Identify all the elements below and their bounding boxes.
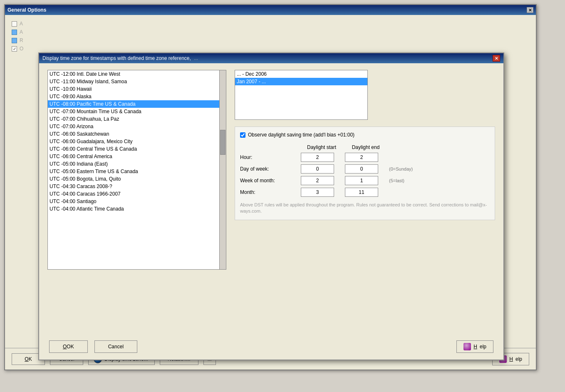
dst-wom-start[interactable]	[301, 176, 334, 185]
period-item[interactable]: ... - Dec 2006	[235, 70, 367, 78]
dst-wom-label: Week of month:	[240, 178, 298, 184]
timezone-item[interactable]: UTC -04:00 Caracas 1966-2007	[48, 190, 219, 198]
timezone-item[interactable]: UTC -05:00 Bogota, Lima, Quito	[48, 175, 219, 183]
outer-close-button[interactable]: ✕	[527, 7, 533, 13]
outer-content: A A R O Display time zone for timestamps…	[5, 15, 536, 370]
timezone-item[interactable]: UTC -06:00 Central America	[48, 153, 219, 160]
inner-close-button[interactable]: ✕	[493, 55, 500, 62]
dst-month-label: Month:	[240, 189, 298, 195]
dst-start-header: Daylight start	[301, 144, 342, 150]
bg-row-4: O	[12, 45, 529, 52]
bg-row-3: R	[12, 37, 529, 44]
help-icon	[463, 343, 471, 350]
inner-title: Display time zone for timestamps with de…	[42, 55, 198, 61]
timezone-item[interactable]: UTC -05:00 Indiana (East)	[48, 160, 219, 168]
general-options-window: General Options ✕ A A R O	[4, 4, 537, 370]
timezone-dialog: Display time zone for timestamps with de…	[38, 52, 504, 360]
dst-checkbox-row: Observe daylight saving time (add'l bias…	[240, 132, 490, 138]
bg-row-2: A	[12, 28, 529, 36]
timezone-item[interactable]: UTC -04:30 Caracas 2008-?	[48, 183, 219, 190]
timezone-item[interactable]: UTC -05:00 Eastern Time US & Canada	[48, 168, 219, 175]
dialog-buttons: OOK Cancel Help	[39, 340, 503, 353]
checkbox-2[interactable]	[12, 30, 17, 35]
dst-dow-label: Day of week:	[240, 166, 298, 172]
dst-wom-end[interactable]	[345, 176, 378, 185]
dst-hour-end[interactable]	[345, 153, 378, 162]
timezone-scrollbar[interactable]	[219, 70, 226, 269]
dst-month-end[interactable]	[345, 188, 378, 197]
timezone-item[interactable]: UTC -08:00 Pacific Time US & Canada	[48, 100, 219, 108]
bg-row-1: A	[12, 20, 529, 27]
timezone-item[interactable]: UTC -06:00 Guadalajara, Mexico City	[48, 138, 219, 145]
dialog-help-button[interactable]: Help	[456, 340, 493, 353]
period-item[interactable]: Jan 2007 - ...	[235, 78, 367, 85]
timezone-item[interactable]: UTC -06:00 Central Time US & Canada	[48, 145, 219, 153]
dst-checkbox[interactable]	[240, 132, 245, 138]
dst-dow-note: (0=Sunday)	[389, 166, 439, 171]
scrollbar-thumb[interactable]	[220, 130, 226, 155]
right-panel: ... - Dec 2006Jan 2007 - ... Observe day…	[235, 70, 495, 270]
timezone-list-container: UTC -12:00 Intl. Date Line WestUTC -11:0…	[47, 70, 495, 270]
dst-disclaimer: Above DST rules will be applied througho…	[240, 202, 490, 215]
timezone-scroll-area[interactable]: UTC -12:00 Intl. Date Line WestUTC -11:0…	[48, 70, 219, 269]
timezone-item[interactable]: UTC -07:00 Chihuahua, La Paz	[48, 115, 219, 123]
timezone-item[interactable]: UTC -07:00 Mountain Time US & Canada	[48, 108, 219, 115]
timezone-item[interactable]: UTC -04:00 Atlantic Time Canada	[48, 205, 219, 213]
period-listbox[interactable]: ... - Dec 2006Jan 2007 - ...	[235, 70, 368, 120]
outer-titlebar: General Options ✕	[5, 5, 536, 15]
dialog-cancel-button[interactable]: Cancel	[94, 340, 137, 353]
dst-hour-label: Hour:	[240, 154, 298, 160]
dst-end-header: Daylight end	[345, 144, 387, 150]
dst-month-start[interactable]	[301, 188, 334, 197]
timezone-listbox[interactable]: UTC -12:00 Intl. Date Line WestUTC -11:0…	[47, 70, 226, 270]
timezone-item[interactable]: UTC -07:00 Arizona	[48, 123, 219, 130]
checkbox-1[interactable]	[12, 21, 17, 27]
dst-section: Observe daylight saving time (add'l bias…	[235, 127, 495, 220]
timezone-item[interactable]: UTC -10:00 Hawaii	[48, 85, 219, 93]
dialog-ok-button[interactable]: OOK	[49, 340, 88, 353]
timezone-item[interactable]: UTC -06:00 Saskatchewan	[48, 130, 219, 138]
dst-hour-start[interactable]	[301, 153, 334, 162]
dst-label: Observe daylight saving time (add'l bias…	[248, 132, 354, 138]
checkbox-4[interactable]	[12, 46, 17, 52]
inner-titlebar: Display time zone for timestamps with de…	[39, 53, 503, 63]
dst-wom-note: (5=last)	[389, 178, 439, 183]
timezone-item[interactable]: UTC -04:00 Santiago	[48, 198, 219, 205]
timezone-item[interactable]: UTC -12:00 Intl. Date Line West	[48, 70, 219, 78]
dst-dow-start[interactable]	[301, 164, 334, 174]
outer-title: General Options	[7, 7, 46, 13]
checkbox-3[interactable]	[12, 38, 17, 43]
dst-dow-end[interactable]	[345, 164, 378, 174]
timezone-item[interactable]: UTC -11:00 Midway Island, Samoa	[48, 78, 219, 85]
timezone-item[interactable]: UTC -09:00 Alaska	[48, 93, 219, 100]
dst-grid: Daylight start Daylight end Hour: Day of…	[240, 144, 490, 197]
inner-content: UTC -12:00 Intl. Date Line WestUTC -11:0…	[39, 63, 503, 283]
